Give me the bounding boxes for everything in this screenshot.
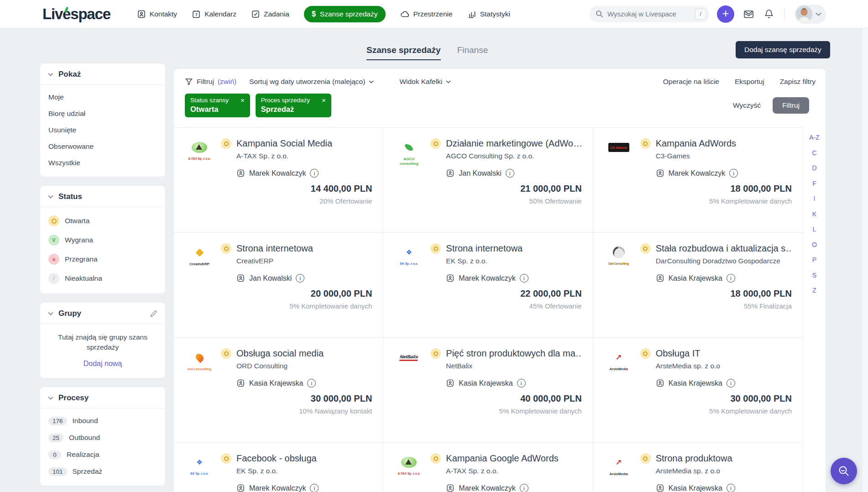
process-item-outbound[interactable]: 25 Outbound — [40, 429, 165, 446]
nav-item-szanse-sprzedazy-active[interactable]: $ Szanse sprzedaży — [304, 6, 386, 22]
search-input[interactable] — [607, 10, 691, 18]
help-chat-button[interactable] — [831, 458, 857, 484]
opportunity-card[interactable]: ❖EK Sp. z o.o. Facebook - obsługa EK Sp.… — [174, 443, 383, 492]
alpha-link[interactable]: S — [812, 272, 816, 279]
owner-name: Kasia Krajewska — [669, 274, 722, 283]
filter-chip-status[interactable]: Status szansy × Otwarta — [185, 94, 250, 117]
alpha-link[interactable]: F — [812, 180, 816, 187]
process-item-sprzedaz[interactable]: 101 Sprzedaż — [40, 463, 165, 480]
sidebar-item-obserwowane[interactable]: Obserwowane — [40, 138, 165, 155]
opportunity-title[interactable]: Pięć stron produktowych dla ma… — [446, 348, 581, 359]
sidebar-item-usuniete[interactable]: Usunięte — [40, 122, 165, 138]
clear-filters-link[interactable]: Wyczyść — [733, 101, 761, 110]
opportunity-card[interactable]: C3-GamesC3-Games Kampania AdWords C3-Gam… — [593, 128, 803, 233]
sidebar-item-biore-udzial[interactable]: Biorę udział — [40, 105, 165, 122]
alpha-link[interactable]: O — [812, 241, 817, 248]
opportunity-title[interactable]: Strona internetowa — [236, 243, 313, 254]
opportunity-card[interactable]: NetBalixNetBalix Pięć stron produktowych… — [383, 338, 593, 443]
status-item-nieaktualna[interactable]: / Nieaktualna — [40, 269, 165, 288]
process-item-realizacja[interactable]: 0 Realizacja — [40, 446, 165, 463]
collapse-filters-link[interactable]: (zwiń) — [218, 78, 236, 86]
nav-item-zadania[interactable]: Zadania — [251, 10, 289, 19]
scrollbar-track[interactable] — [862, 28, 868, 492]
info-icon[interactable]: i — [727, 484, 735, 492]
save-filters-link[interactable]: Zapisz filtry — [780, 78, 816, 86]
info-icon[interactable]: i — [520, 484, 528, 492]
info-icon[interactable]: i — [310, 484, 319, 492]
info-icon[interactable]: i — [729, 169, 738, 178]
status-stale-icon: / — [48, 273, 59, 284]
nav-item-przestrzenie[interactable]: Przestrzenie — [400, 10, 453, 19]
status-item-przegrana[interactable]: × Przegrana — [40, 250, 165, 269]
opportunity-title[interactable]: Kampania Google AdWords — [446, 453, 558, 464]
filter-toggle[interactable]: Filtruj (zwiń) — [185, 78, 236, 86]
close-icon[interactable]: × — [322, 97, 326, 104]
info-icon[interactable]: i — [727, 274, 735, 283]
alpha-link[interactable]: P — [812, 256, 816, 263]
export-link[interactable]: Eksportuj — [735, 78, 764, 86]
status-item-otwarta[interactable]: Otwarta — [40, 211, 165, 230]
list-operations-link[interactable]: Operacje na liście — [663, 78, 719, 86]
sidebar-item-moje[interactable]: Moje — [40, 89, 165, 105]
sort-dropdown[interactable]: Sortuj wg daty utworzenia (malejąco) — [249, 78, 374, 86]
opportunity-card[interactable]: AGCO consulting Działanie marketingowe (… — [383, 128, 593, 233]
opportunity-card[interactable]: ↗ArsteMedia Strona produktowa ArsteMedia… — [593, 443, 803, 492]
status-item-wygrana[interactable]: V Wygrana — [40, 230, 165, 250]
nav-item-kalendarz[interactable]: 7 Kalendarz — [192, 10, 236, 19]
processes-section-header[interactable]: Procesy — [40, 387, 165, 408]
add-opportunity-button[interactable]: Dodaj szansę sprzedaży — [736, 41, 830, 58]
process-item-inbound[interactable]: 176 Inbound — [40, 413, 165, 429]
opportunity-card[interactable]: A-TAX Sp. z o.o. Kampania Social Media A… — [174, 128, 383, 233]
info-icon[interactable]: i — [727, 379, 735, 387]
notifications-button[interactable] — [763, 8, 775, 20]
status-section-header[interactable]: Status — [40, 186, 165, 207]
sidebar-item-wszystkie[interactable]: Wszystkie — [40, 155, 165, 171]
alpha-link[interactable]: K — [812, 210, 816, 218]
opportunity-card[interactable]: ❖EK Sp. z o.o. Strona internetowa EK Sp.… — [383, 233, 593, 338]
nav-item-statystyki[interactable]: Statystyki — [467, 10, 510, 19]
info-icon[interactable]: i — [307, 379, 316, 387]
show-section-header[interactable]: Pokaż — [40, 63, 165, 85]
alpha-link[interactable]: Z — [812, 287, 816, 294]
info-icon[interactable]: i — [310, 169, 319, 178]
edit-groups-button[interactable] — [150, 310, 157, 318]
quick-add-button[interactable]: + — [717, 5, 734, 23]
livespace-logo[interactable]: Livespace — [42, 5, 110, 23]
close-icon[interactable]: × — [241, 97, 245, 104]
info-icon[interactable]: i — [296, 274, 304, 283]
opportunity-title[interactable]: Facebook - obsługa — [236, 453, 317, 464]
alpha-link[interactable]: C — [812, 149, 816, 157]
opportunity-title[interactable]: Stała rozbudowa i aktualizacja s… — [656, 243, 792, 254]
opportunity-card[interactable]: ↗ArsteMedia Obsługa IT ArsteMedia sp. z … — [593, 338, 803, 443]
opportunity-title[interactable]: Obsługa IT — [656, 348, 701, 359]
info-icon[interactable]: i — [506, 169, 514, 178]
opportunity-title[interactable]: Strona produktowa — [656, 453, 732, 464]
opportunity-title[interactable]: Kampania AdWords — [656, 138, 736, 149]
alpha-link-az[interactable]: A-Z — [809, 134, 820, 141]
tab-finanse[interactable]: Finanse — [457, 45, 488, 60]
opportunity-title[interactable]: Strona internetowa — [446, 243, 523, 254]
opportunity-title[interactable]: Działanie marketingowe (AdWo… — [446, 138, 581, 149]
filter-chip-process[interactable]: Proces sprzedaży × Sprzedaż — [256, 94, 331, 117]
tab-szanse-sprzedazy[interactable]: Szanse sprzedaży — [366, 45, 441, 60]
opportunity-title[interactable]: Obsługa social media — [236, 348, 324, 359]
view-dropdown[interactable]: Widok Kafelki — [399, 78, 451, 86]
messages-button[interactable] — [742, 8, 755, 20]
top-navbar: Livespace Kontakty 7 Kalendarz Zadania $… — [0, 0, 868, 28]
info-icon[interactable]: i — [520, 274, 528, 283]
opportunity-card[interactable]: ord consulting Obsługa social media ORD … — [174, 338, 383, 443]
alpha-link[interactable]: D — [812, 164, 816, 172]
add-group-link[interactable]: Dodaj nową — [40, 355, 165, 378]
opportunity-card[interactable]: DarConsulting Stała rozbudowa i aktualiz… — [593, 233, 803, 338]
opportunity-title[interactable]: Kampania Social Media — [236, 138, 332, 149]
opportunity-card[interactable]: A-TAX Sp. z o.o. Kampania Google AdWords… — [383, 443, 593, 492]
user-menu[interactable] — [795, 5, 826, 24]
alpha-link[interactable]: L — [813, 225, 816, 233]
groups-section-header[interactable]: Grupy — [40, 303, 165, 324]
info-icon[interactable]: i — [517, 379, 526, 387]
alpha-link[interactable]: I — [814, 195, 816, 202]
apply-filters-button[interactable]: Filtruj — [773, 97, 809, 114]
opportunity-card[interactable]: CreativERP Strona internetowa CreativERP… — [174, 233, 383, 338]
global-search[interactable]: / — [590, 6, 709, 22]
nav-item-kontakty[interactable]: Kontakty — [137, 10, 177, 19]
